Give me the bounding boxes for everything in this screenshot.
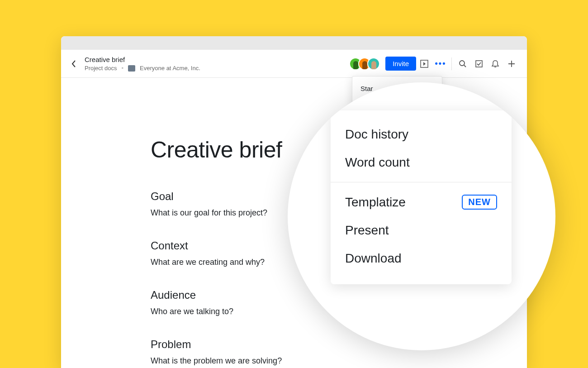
breadcrumb-separator: • <box>122 65 124 72</box>
menu-item-label: Download <box>345 251 402 266</box>
plus-icon <box>507 60 516 68</box>
invite-button[interactable]: Invite <box>385 57 416 71</box>
doc-section[interactable]: Problem What is the problem we are solvi… <box>151 338 527 366</box>
menu-item-download[interactable]: Download <box>331 244 512 272</box>
menu-item-label: Templatize <box>345 195 406 210</box>
chevron-left-icon <box>71 60 76 67</box>
search-icon <box>459 60 467 68</box>
notifications-button[interactable] <box>487 56 503 72</box>
menu-item-label: Doc history <box>345 127 408 142</box>
collaborator-avatars[interactable] <box>349 57 380 70</box>
breadcrumb-access[interactable]: Everyone at Acme, Inc. <box>140 65 200 72</box>
menu-item-label: Present <box>345 223 389 238</box>
back-button[interactable] <box>68 58 79 69</box>
zoomed-more-menu: Doc history Word count Templatize NEW Pr… <box>331 110 512 284</box>
more-button[interactable]: ••• <box>432 56 449 72</box>
present-button[interactable] <box>416 56 432 72</box>
header-divider <box>451 57 452 70</box>
window-chrome <box>61 36 527 50</box>
svg-point-1 <box>460 61 465 66</box>
check-square-icon <box>475 60 483 68</box>
breadcrumb-folder[interactable]: Project docs <box>85 65 117 72</box>
new-badge: NEW <box>462 195 497 210</box>
breadcrumb: Project docs • Everyone at Acme, Inc. <box>85 65 200 72</box>
menu-divider <box>331 182 512 182</box>
section-body[interactable]: What is the problem we are solving? <box>151 356 527 366</box>
play-square-icon <box>420 60 428 68</box>
folder-icon <box>128 65 135 72</box>
menu-item-word-count[interactable]: Word count <box>331 148 512 177</box>
ellipsis-icon: ••• <box>435 59 446 68</box>
menu-item-doc-history[interactable]: Doc history <box>331 120 512 148</box>
header-bar: Creative brief Project docs • Everyone a… <box>61 50 527 78</box>
tasks-button[interactable] <box>471 56 487 72</box>
menu-item-label: Word count <box>345 155 410 170</box>
create-button[interactable] <box>503 56 520 72</box>
menu-item-present[interactable]: Present <box>331 216 512 244</box>
bell-icon <box>491 60 499 68</box>
svg-line-2 <box>464 65 466 67</box>
search-button[interactable] <box>455 56 471 72</box>
doc-title[interactable]: Creative brief <box>85 56 200 64</box>
menu-item-templatize[interactable]: Templatize NEW <box>331 188 512 216</box>
avatar[interactable] <box>367 57 380 70</box>
zoom-lens: Doc history Word count Templatize NEW Pr… <box>288 82 555 350</box>
title-block: Creative brief Project docs • Everyone a… <box>85 56 200 72</box>
svg-rect-3 <box>476 61 482 67</box>
